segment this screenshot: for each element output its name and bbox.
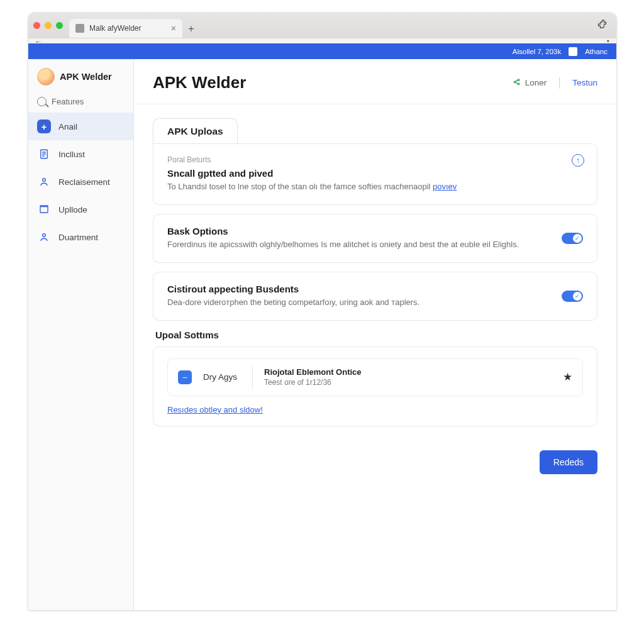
row-title: Riojotal Eblemont Ontice bbox=[264, 367, 362, 377]
brand-name: APK Welder bbox=[60, 72, 112, 82]
upload-circle-icon[interactable]: ↑ bbox=[572, 154, 584, 167]
back-button-icon[interactable]: ← bbox=[35, 37, 42, 46]
toolbar: ← • bbox=[28, 38, 616, 43]
sidebar-item-incllust[interactable]: Incllust bbox=[28, 140, 133, 168]
svg-point-1 bbox=[43, 179, 46, 182]
card-desc: Forerdinus ite apicsswith olghly/belhome… bbox=[167, 239, 583, 251]
sidebar-item-anail[interactable]: + Anail bbox=[28, 113, 133, 140]
sidebar: APK Welder Features + Anail Incllust Rec… bbox=[28, 59, 134, 610]
maximize-window-icon[interactable] bbox=[56, 22, 63, 29]
close-window-icon[interactable] bbox=[33, 22, 40, 29]
resides-link[interactable]: Resıdes obtley and sldow! bbox=[167, 405, 263, 414]
minus-square-icon[interactable]: – bbox=[178, 370, 192, 384]
sidebar-item-label: Anail bbox=[58, 122, 77, 131]
brand[interactable]: APK Welder bbox=[28, 68, 133, 93]
close-tab-icon[interactable]: × bbox=[171, 23, 176, 33]
row-subtitle: Teest ore of 1r12/36 bbox=[264, 378, 362, 387]
sidebar-item-label: Incllust bbox=[58, 150, 85, 159]
page-header: APK Welder Loner Testun bbox=[134, 59, 616, 104]
divider bbox=[559, 77, 560, 89]
rededs-button[interactable]: Rededs bbox=[540, 450, 597, 474]
svg-point-6 bbox=[514, 81, 516, 83]
tab-strip: Malk afyWelder × + bbox=[28, 13, 616, 38]
top-banner: Alsollel 7, 203k Athanc bbox=[28, 43, 616, 59]
card-pretitle: Poral Beturts bbox=[167, 155, 583, 164]
toggle-cistirout[interactable] bbox=[562, 291, 583, 302]
card-cistirout: Cistirout appecting Busdents Dea-dore vi… bbox=[153, 272, 597, 321]
person-icon bbox=[37, 175, 51, 189]
search-label: Features bbox=[52, 97, 84, 106]
divider bbox=[252, 367, 253, 388]
window-controls bbox=[33, 13, 63, 38]
content-area: APK Uploas ↑ Poral Beturts Sncall gptted… bbox=[134, 104, 616, 440]
svg-point-4 bbox=[518, 79, 519, 81]
sidebar-item-label: Reclaisement bbox=[58, 177, 110, 187]
sidebar-item-reclaisement[interactable]: Reclaisement bbox=[28, 168, 133, 196]
extensions-icon[interactable] bbox=[597, 19, 609, 30]
star-icon[interactable]: ★ bbox=[563, 370, 572, 384]
share-icon bbox=[512, 78, 521, 87]
row-main: Riojotal Eblemont Ontice Teest ore of 1r… bbox=[264, 367, 362, 387]
settings-row[interactable]: – Dry Agys Riojotal Eblemont Ontice Tees… bbox=[167, 358, 583, 396]
browser-window: Malk afyWelder × + ← • Alsollel 7, 203k … bbox=[28, 13, 616, 610]
calendar-icon[interactable] bbox=[569, 47, 577, 56]
page-title: APK Welder bbox=[153, 73, 246, 92]
header-actions: Loner Testun bbox=[512, 77, 597, 89]
sidebar-search[interactable]: Features bbox=[28, 93, 133, 113]
share-label: Loner bbox=[525, 78, 547, 87]
folder-icon bbox=[37, 203, 51, 216]
tab-uploas[interactable]: APK Uploas bbox=[153, 118, 238, 144]
main-panel: APK Welder Loner Testun APK Uploas ↑ Por… bbox=[134, 59, 616, 610]
card-desc: To Lhandsl tosel to lne stop of the stan… bbox=[167, 181, 583, 193]
sidebar-item-duartment[interactable]: Duartment bbox=[28, 223, 133, 251]
new-tab-button[interactable]: + bbox=[182, 20, 200, 38]
svg-rect-2 bbox=[40, 207, 48, 213]
section-card: – Dry Agys Riojotal Eblemont Ontice Tees… bbox=[153, 347, 597, 426]
card-title: Sncall gptted and pived bbox=[167, 168, 583, 179]
card-poral: ↑ Poral Beturts Sncall gptted and pived … bbox=[153, 143, 597, 205]
svg-point-3 bbox=[43, 234, 46, 237]
testun-link[interactable]: Testun bbox=[572, 78, 597, 87]
poviev-link[interactable]: povıev bbox=[433, 182, 457, 191]
document-icon bbox=[37, 147, 51, 161]
favicon-icon bbox=[75, 24, 84, 33]
banner-date: Alsollel 7, 203k bbox=[513, 48, 561, 55]
share-button[interactable]: Loner bbox=[512, 78, 547, 87]
tab-title: Malk afyWelder bbox=[89, 24, 141, 33]
browser-tab[interactable]: Malk afyWelder × bbox=[69, 19, 182, 38]
card-desc-text: To Lhandsl tosel to lne stop of the stan… bbox=[167, 182, 433, 191]
section-title: Upoal Sottıms bbox=[155, 330, 597, 340]
card-bask-options: Bask Options Forerdinus ite apicsswith o… bbox=[153, 214, 597, 263]
sidebar-item-label: Duartment bbox=[58, 233, 98, 242]
toggle-bask-options[interactable] bbox=[562, 233, 583, 244]
brand-logo-icon bbox=[37, 68, 55, 86]
person-icon bbox=[37, 230, 51, 244]
plus-icon: + bbox=[37, 119, 51, 133]
sidebar-item-label: Upllode bbox=[58, 205, 87, 214]
search-icon bbox=[37, 97, 47, 106]
app-body: APK Welder Features + Anail Incllust Rec… bbox=[28, 59, 616, 610]
svg-point-5 bbox=[518, 83, 519, 85]
sidebar-item-upllode[interactable]: Upllode bbox=[28, 196, 133, 223]
overflow-menu-icon[interactable]: • bbox=[607, 37, 610, 46]
card-desc: Dea-dore videroтphen the beting competar… bbox=[167, 297, 583, 309]
row-label: Dry Agys bbox=[203, 372, 241, 382]
banner-user[interactable]: Athanc bbox=[585, 48, 608, 55]
resides-link-row: Resıdes obtley and sldow! bbox=[167, 405, 583, 414]
card-title: Bask Options bbox=[167, 226, 583, 236]
minimize-window-icon[interactable] bbox=[45, 22, 52, 29]
card-title: Cistirout appecting Busdents bbox=[167, 284, 583, 294]
